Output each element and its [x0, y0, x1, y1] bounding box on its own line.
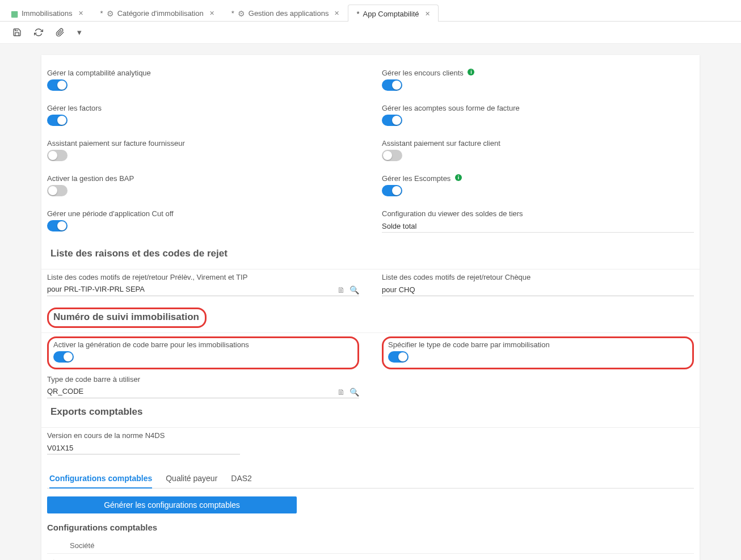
n4ds-label: Version en cours de la norme N4DS: [47, 431, 240, 440]
label-analytic: Gérer la comptabilité analytique: [47, 69, 359, 77]
label-escomptes: Gérer les Escomptes i: [382, 174, 694, 183]
dirty-indicator: *: [356, 10, 359, 18]
toggle-analytic[interactable]: [47, 79, 68, 91]
label-viewer: Configuration du viewer des soldes de ti…: [382, 209, 694, 218]
label-factors: Gérer les factors: [47, 104, 359, 112]
table-icon: ▦: [11, 10, 18, 18]
tab-app-comptabilite[interactable]: * App Comptabilité ✕: [348, 5, 438, 22]
toggle-factors[interactable]: [47, 115, 68, 126]
gear-icon: ⚙: [238, 10, 245, 18]
tracking-per-asset-label: Spécifier le type de code barre par immo…: [388, 340, 687, 349]
close-icon[interactable]: ✕: [334, 10, 339, 17]
attach-icon[interactable]: [56, 28, 65, 37]
tab-label: Catégorie d'immobilisation: [117, 9, 204, 18]
subtab-configs[interactable]: Configurations comptables: [49, 468, 152, 489]
close-icon[interactable]: ✕: [209, 10, 214, 17]
label-cutoff: Gérer une période d'application Cut off: [47, 209, 359, 218]
tab-label: App Comptabilité: [363, 10, 419, 18]
tracking-type-label: Type de code barre à utiliser: [47, 375, 359, 384]
dropdown-caret-icon[interactable]: ▾: [77, 27, 82, 37]
generate-configs-button[interactable]: Générer les configurations comptables: [47, 496, 297, 513]
highlight-section-title: Numéro de suivi immobilisation: [47, 308, 207, 328]
close-icon[interactable]: ✕: [78, 10, 83, 17]
toggle-acomptes[interactable]: [382, 115, 402, 126]
reject-right-value[interactable]: pour CHQ: [382, 284, 694, 296]
reject-left-label: Liste des codes motifs de rejet/retour P…: [47, 273, 359, 281]
highlight-gen-barcode: Activer la génération de code barre pour…: [47, 336, 359, 369]
table-row[interactable]: ✎ Axelor: [47, 554, 694, 560]
label-assist-supplier: Assistant paiement sur facture fournisse…: [47, 139, 359, 148]
reject-right-label: Liste des codes motifs de rejet/retour C…: [382, 273, 694, 281]
sub-tabs: Configurations comptables Qualité payeur…: [47, 468, 694, 489]
toggle-escomptes[interactable]: [382, 185, 402, 196]
tab-gestion-applications[interactable]: * ⚙ Gestion des applications ✕: [223, 4, 348, 21]
label-assist-client: Assistant paiement sur facture client: [382, 139, 694, 148]
tracking-gen-label: Activer la génération de code barre pour…: [53, 340, 352, 349]
gear-icon: ⚙: [107, 10, 114, 18]
configs-title: Configurations comptables: [47, 523, 694, 532]
tab-categorie[interactable]: * ⚙ Catégorie d'immobilisation ✕: [92, 4, 223, 21]
toggle-assist-supplier[interactable]: [47, 150, 68, 161]
section-exports-title: Exports comptables: [41, 398, 700, 425]
tracking-type-input[interactable]: QR_CODE 🗎 🔍: [47, 386, 359, 398]
tab-label: Gestion des applications: [249, 9, 329, 18]
tab-label: Immobilisations: [22, 9, 73, 18]
toggle-assist-client[interactable]: [382, 150, 402, 161]
document-icon[interactable]: 🗎: [337, 388, 345, 397]
value-viewer[interactable]: Solde total: [382, 220, 694, 233]
toggle-cutoff[interactable]: [47, 220, 68, 231]
section-reject-title: Liste des raisons et des codes de rejet: [41, 240, 700, 267]
subtab-das2[interactable]: DAS2: [231, 468, 252, 488]
save-icon[interactable]: [12, 28, 22, 37]
info-icon[interactable]: i: [455, 174, 462, 181]
toggle-encours[interactable]: [382, 79, 402, 91]
highlight-per-asset: Spécifier le type de code barre par immo…: [382, 336, 694, 369]
toggle-per-asset-barcode[interactable]: [388, 351, 409, 363]
label-encours: Gérer les encours clients i: [382, 69, 694, 77]
label-acomptes: Gérer les acomptes sous forme de facture: [382, 104, 694, 112]
reject-left-value: pour PRL-TIP-VIR-PRL SEPA: [47, 284, 337, 294]
toggle-gen-barcode[interactable]: [53, 351, 74, 363]
info-icon[interactable]: i: [468, 69, 474, 75]
search-icon[interactable]: 🔍: [350, 388, 359, 397]
close-icon[interactable]: ✕: [425, 10, 430, 18]
toggle-bap[interactable]: [47, 185, 68, 196]
document-icon[interactable]: 🗎: [337, 285, 345, 294]
tracking-type-value: QR_CODE: [47, 386, 337, 397]
n4ds-value[interactable]: V01X15: [47, 442, 240, 454]
label-bap: Activer la gestion des BAP: [47, 174, 359, 183]
refresh-icon[interactable]: [34, 28, 43, 37]
tab-bar: ▦ Immobilisations ✕ * ⚙ Catégorie d'immo…: [0, 0, 741, 22]
dirty-indicator: *: [100, 9, 103, 18]
reject-left-input[interactable]: pour PRL-TIP-VIR-PRL SEPA 🗎 🔍: [47, 284, 359, 296]
dirty-indicator: *: [231, 9, 234, 18]
search-icon[interactable]: 🔍: [350, 285, 359, 294]
section-tracking-title: Numéro de suivi immobilisation: [53, 311, 199, 322]
form-panel: Gérer la comptabilité analytique Gérer l…: [41, 55, 700, 560]
configs-header: Société: [47, 538, 694, 554]
toolbar: ▾: [0, 22, 741, 44]
label-text: Gérer les Escomptes: [382, 174, 451, 183]
subtab-qualite[interactable]: Qualité payeur: [166, 468, 217, 488]
tab-immobilisations[interactable]: ▦ Immobilisations ✕: [2, 4, 92, 21]
label-text: Gérer les encours clients: [382, 69, 464, 77]
